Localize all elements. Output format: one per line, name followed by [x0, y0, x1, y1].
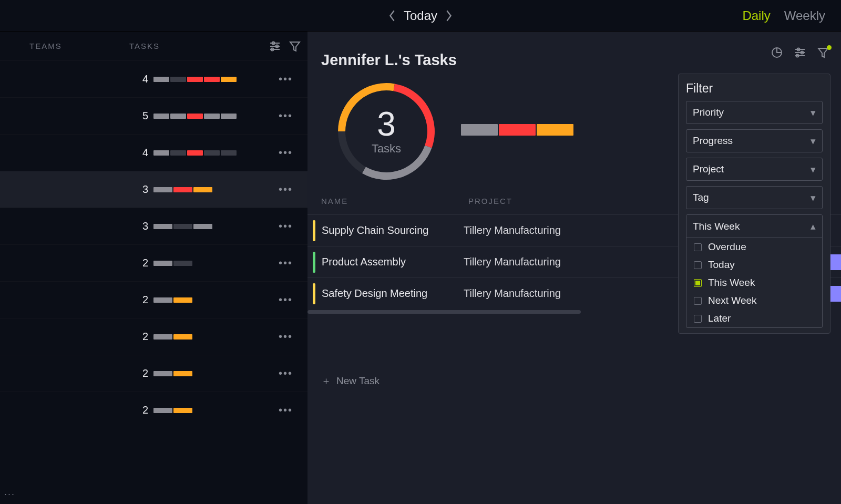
segment-orange [173, 371, 192, 376]
task-segments [153, 334, 192, 340]
filter-select-progress[interactable]: Progress▾ [686, 129, 823, 152]
task-segments [153, 371, 192, 376]
pie-chart-icon[interactable] [771, 46, 783, 59]
task-count: 3 [138, 183, 148, 196]
more-icon[interactable]: ••• [279, 73, 293, 85]
panel-toolbar [771, 46, 829, 59]
plus-icon: ＋ [321, 374, 331, 388]
task-count: 5 [138, 110, 148, 122]
segment-grey [153, 297, 172, 303]
checkbox-icon [694, 297, 702, 305]
task-name: Safety Design Meeting [322, 287, 464, 300]
filter-time-select[interactable]: This Week ▴ [686, 215, 822, 238]
team-row[interactable]: 2••• [0, 318, 307, 355]
team-row[interactable]: 2••• [0, 392, 307, 428]
next-day-button[interactable] [445, 9, 453, 22]
sliders-icon[interactable] [269, 40, 281, 53]
filter-option[interactable]: Overdue [686, 238, 822, 256]
filter-icon[interactable] [817, 46, 829, 59]
filter-select-tag[interactable]: Tag▾ [686, 186, 823, 209]
team-row[interactable]: 2••• [0, 281, 307, 318]
triangle-down-icon: ▾ [811, 192, 816, 204]
segment-orange [173, 334, 192, 340]
task-count: 2 [138, 294, 148, 306]
team-row[interactable]: 5••• [0, 97, 307, 134]
task-segments [153, 187, 212, 192]
team-row[interactable]: 3••• [0, 208, 307, 244]
task-name: Supply Chain Sourcing [322, 224, 464, 236]
panel-title: Jennifer L.'s Tasks [321, 52, 457, 69]
filter-option[interactable]: Later [686, 310, 822, 327]
task-segments [153, 114, 237, 119]
task-segments [153, 261, 192, 266]
filter-option[interactable]: This Week [686, 274, 822, 292]
status-stripe [313, 220, 315, 241]
task-project: Tillery Manufacturing [464, 256, 561, 268]
filter-option[interactable]: Today [686, 256, 822, 274]
filter-select-project[interactable]: Project▾ [686, 158, 823, 181]
view-weekly-button[interactable]: Weekly [784, 8, 825, 23]
segment-grey [153, 371, 172, 376]
filter-icon[interactable] [289, 40, 301, 53]
triangle-up-icon: ▴ [811, 220, 816, 232]
task-segments [153, 150, 237, 156]
more-icon[interactable]: ••• [279, 367, 293, 379]
segment-grey [153, 261, 172, 266]
tasks-ring-chart: 3 Tasks [334, 79, 439, 184]
segment-red [499, 124, 536, 136]
more-icon[interactable]: ••• [279, 183, 293, 196]
more-icon[interactable]: ••• [279, 110, 293, 122]
team-row[interactable]: 2••• [0, 244, 307, 281]
task-project: Tillery Manufacturing [464, 287, 561, 300]
date-title: Today [404, 8, 437, 23]
ring-arc-grey [364, 147, 428, 176]
horizontal-scrollbar[interactable] [307, 310, 581, 314]
more-icon[interactable]: ••• [279, 257, 293, 269]
prev-day-button[interactable] [388, 9, 396, 22]
svg-marker-6 [290, 42, 300, 51]
filter-active-indicator [827, 45, 832, 50]
more-icon[interactable]: ••• [279, 294, 293, 306]
task-project: Tillery Manufacturing [464, 224, 561, 236]
tasks-detail-panel: Jennifer L.'s Tasks [307, 32, 841, 504]
filter-select-label: Priority [693, 107, 724, 118]
team-row[interactable]: 4••• [0, 134, 307, 171]
checkbox-icon [694, 261, 702, 269]
filter-option[interactable]: Next Week [686, 292, 822, 310]
more-icon[interactable]: ••• [279, 331, 293, 343]
filter-select-priority[interactable]: Priority▾ [686, 101, 823, 124]
overflow-indicator: ... [4, 487, 15, 498]
triangle-down-icon: ▾ [811, 163, 816, 176]
view-daily-button[interactable]: Daily [742, 8, 770, 23]
left-header: TEAMS TASKS [0, 32, 307, 60]
segment-grey [153, 334, 172, 340]
more-icon[interactable]: ••• [279, 147, 293, 159]
segment-grey [153, 187, 172, 192]
filter-option-label: Overdue [708, 241, 746, 253]
checkbox-icon [694, 315, 702, 323]
task-segments [153, 77, 237, 82]
task-segments [153, 224, 212, 229]
header-tasks-label: TASKS [129, 42, 160, 50]
segment-grey [170, 114, 186, 119]
segment-grey [204, 114, 220, 119]
checkbox-icon [694, 243, 702, 251]
segment-red [173, 187, 192, 192]
more-icon[interactable]: ••• [279, 220, 293, 232]
sliders-icon[interactable] [794, 46, 806, 59]
task-count: 2 [138, 404, 148, 416]
header-teams-label: TEAMS [29, 42, 62, 50]
more-icon[interactable]: ••• [279, 404, 293, 416]
filter-option-label: Today [708, 259, 735, 271]
top-bar: Today Daily Weekly [0, 0, 841, 32]
team-row[interactable]: 2••• [0, 355, 307, 392]
team-row[interactable]: 4••• [0, 60, 307, 97]
filter-option-label: Later [708, 313, 731, 324]
segment-grey [461, 124, 498, 136]
filter-time-dropdown: This Week ▴ OverdueTodayThis WeekNext We… [686, 214, 823, 328]
team-row[interactable]: 3••• [0, 171, 307, 208]
segment-grey [153, 77, 169, 82]
task-segments [153, 297, 192, 303]
task-name: Product Assembly [322, 256, 464, 268]
new-task-button[interactable]: ＋ New Task [321, 374, 380, 388]
